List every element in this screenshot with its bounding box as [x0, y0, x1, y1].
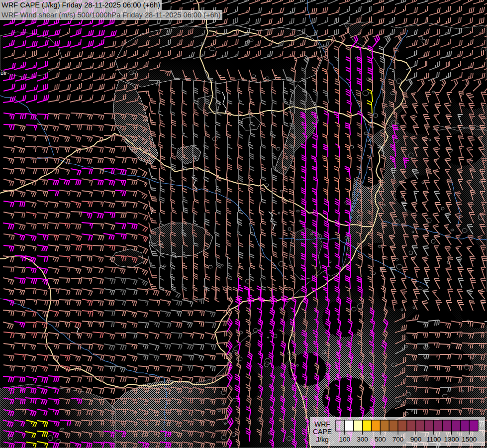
- svg-text:300: 300: [357, 436, 368, 443]
- svg-text:CAPE: CAPE: [313, 428, 332, 436]
- svg-text:J/kg: J/kg: [316, 436, 329, 444]
- svg-text:1300: 1300: [444, 436, 459, 443]
- svg-text:1500: 1500: [462, 436, 477, 443]
- svg-text:1100: 1100: [426, 436, 441, 443]
- svg-text:500: 500: [375, 436, 386, 443]
- svg-text:900: 900: [410, 436, 422, 443]
- svg-text:100: 100: [339, 436, 350, 443]
- svg-text:WRF: WRF: [314, 420, 330, 428]
- svg-text:700: 700: [392, 436, 404, 443]
